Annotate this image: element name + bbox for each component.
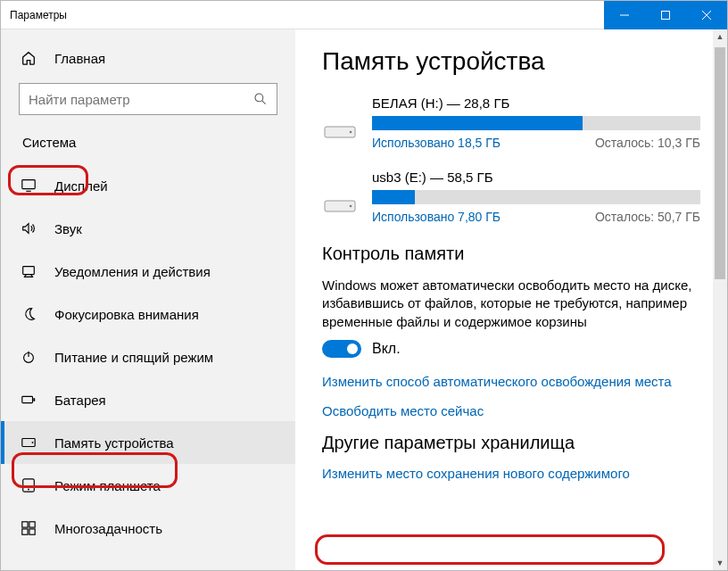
page-title: Память устройства bbox=[322, 47, 700, 76]
sidebar-item-label: Многозадачность bbox=[54, 521, 162, 536]
settings-window: Параметры Главная Система bbox=[0, 0, 728, 571]
drive-body: БЕЛАЯ (H:) — 28,8 ГБ Использовано 18,5 Г… bbox=[372, 95, 700, 150]
drive-body: usb3 (E:) — 58,5 ГБ Использовано 7,80 ГБ… bbox=[372, 170, 700, 224]
sidebar-item-label: Фокусировка внимания bbox=[54, 307, 199, 322]
storage-icon bbox=[21, 434, 37, 451]
battery-icon bbox=[21, 392, 37, 408]
sidebar-item-battery[interactable]: Батарея bbox=[1, 378, 295, 421]
minimize-button[interactable] bbox=[604, 1, 645, 29]
main-content: Память устройства БЕЛАЯ (H:) — 28,8 ГБ И… bbox=[295, 29, 727, 570]
storage-sense-desc: Windows может автоматически освободить м… bbox=[322, 277, 700, 331]
drive-remaining: Осталось: 10,3 ГБ bbox=[595, 136, 700, 150]
home-label: Главная bbox=[54, 51, 105, 66]
sidebar-item-tablet[interactable]: Режим планшета bbox=[1, 464, 295, 507]
svg-rect-11 bbox=[22, 396, 33, 402]
svg-line-5 bbox=[262, 101, 266, 104]
close-button[interactable] bbox=[686, 1, 727, 29]
scroll-down-arrow[interactable]: ▼ bbox=[713, 556, 727, 570]
more-heading: Другие параметры хранилища bbox=[322, 433, 700, 453]
sidebar-item-sound[interactable]: Звук bbox=[1, 207, 295, 250]
search-icon bbox=[253, 92, 268, 106]
usage-bar bbox=[372, 116, 700, 130]
tablet-icon bbox=[21, 477, 37, 493]
svg-rect-18 bbox=[29, 522, 35, 527]
svg-rect-12 bbox=[33, 398, 35, 401]
sidebar-item-label: Звук bbox=[54, 221, 82, 236]
drive-icon bbox=[322, 170, 358, 224]
sidebar-item-label: Питание и спящий режим bbox=[54, 350, 213, 365]
toggle-label: Вкл. bbox=[372, 341, 401, 357]
sidebar-item-power[interactable]: Питание и спящий режим bbox=[1, 335, 295, 378]
drive-row[interactable]: usb3 (E:) — 58,5 ГБ Использовано 7,80 ГБ… bbox=[322, 170, 700, 224]
drive-remaining: Осталось: 50,7 ГБ bbox=[595, 210, 700, 224]
display-icon bbox=[21, 178, 37, 194]
svg-rect-19 bbox=[22, 529, 28, 534]
sidebar-item-notifications[interactable]: Уведомления и действия bbox=[1, 250, 295, 293]
sidebar-item-multitask[interactable]: Многозадачность bbox=[1, 507, 295, 550]
drive-used: Использовано 7,80 ГБ bbox=[372, 210, 500, 224]
scrollbar[interactable]: ▲ ▼ bbox=[713, 29, 727, 570]
svg-rect-20 bbox=[29, 529, 35, 534]
home-nav[interactable]: Главная bbox=[1, 42, 295, 74]
sidebar-item-storage[interactable]: Память устройства bbox=[1, 421, 295, 464]
link-free-space-now[interactable]: Освободить место сейчас bbox=[322, 403, 700, 418]
category-heading: Система bbox=[13, 131, 85, 153]
sidebar-item-focus[interactable]: Фокусировка внимания bbox=[1, 293, 295, 335]
annotation-change-location bbox=[315, 534, 665, 565]
storage-sense-heading: Контроль памяти bbox=[322, 244, 700, 264]
drive-row[interactable]: БЕЛАЯ (H:) — 28,8 ГБ Использовано 18,5 Г… bbox=[322, 95, 700, 150]
svg-point-14 bbox=[32, 442, 34, 443]
moon-icon bbox=[21, 306, 37, 322]
usage-bar-fill bbox=[372, 116, 583, 130]
svg-point-4 bbox=[255, 94, 263, 102]
svg-rect-6 bbox=[22, 180, 35, 189]
maximize-button[interactable] bbox=[645, 1, 686, 29]
sidebar-item-label: Дисплей bbox=[54, 178, 108, 194]
svg-rect-8 bbox=[23, 267, 35, 275]
link-change-save-location[interactable]: Изменить место сохранения нового содержи… bbox=[322, 466, 700, 481]
home-icon bbox=[21, 50, 37, 66]
sidebar-item-label: Память устройства bbox=[54, 435, 174, 451]
window-body: Главная Система Дисплей Звук Уведомлени bbox=[1, 29, 727, 570]
multitask-icon bbox=[21, 520, 37, 536]
storage-sense-toggle[interactable] bbox=[322, 340, 361, 358]
power-icon bbox=[21, 349, 37, 365]
svg-point-22 bbox=[350, 130, 352, 133]
sidebar-item-label: Уведомления и действия bbox=[54, 264, 211, 279]
scroll-up-arrow[interactable]: ▲ bbox=[713, 29, 727, 44]
drive-icon bbox=[322, 95, 358, 150]
svg-point-16 bbox=[28, 489, 29, 491]
sidebar-item-label: Батарея bbox=[54, 393, 106, 408]
drive-name: usb3 (E:) — 58,5 ГБ bbox=[372, 170, 700, 185]
usage-bar-fill bbox=[372, 190, 415, 204]
svg-point-24 bbox=[350, 204, 352, 207]
scrollbar-thumb[interactable] bbox=[715, 47, 725, 279]
link-configure-cleanup[interactable]: Изменить способ автоматического освобожд… bbox=[322, 374, 700, 389]
sidebar-item-display[interactable]: Дисплей bbox=[1, 164, 295, 207]
search-input[interactable] bbox=[29, 92, 253, 107]
sidebar: Главная Система Дисплей Звук Уведомлени bbox=[1, 29, 295, 570]
svg-rect-17 bbox=[22, 522, 28, 527]
titlebar: Параметры bbox=[1, 1, 727, 29]
svg-rect-1 bbox=[662, 11, 670, 19]
drive-name: БЕЛАЯ (H:) — 28,8 ГБ bbox=[372, 95, 700, 111]
notifications-icon bbox=[21, 263, 37, 279]
search-box[interactable] bbox=[19, 83, 277, 115]
window-title: Параметры bbox=[1, 9, 604, 21]
sidebar-item-label: Режим планшета bbox=[54, 478, 161, 493]
sound-icon bbox=[21, 220, 37, 236]
drive-used: Использовано 18,5 ГБ bbox=[372, 136, 500, 150]
storage-sense-toggle-row: Вкл. bbox=[322, 340, 700, 358]
usage-bar bbox=[372, 190, 700, 204]
